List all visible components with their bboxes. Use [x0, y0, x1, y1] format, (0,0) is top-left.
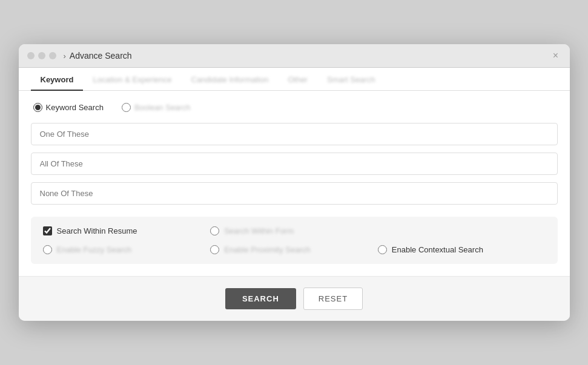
one-of-these-input[interactable]	[31, 123, 558, 145]
none-of-these-input[interactable]	[31, 182, 558, 205]
advance-search-window: › Advance Search × Keyword Location & Ex…	[19, 44, 570, 321]
enable-contextual-search-label: Enable Contextual Search	[392, 245, 483, 254]
search-within-resume-label: Search Within Resume	[57, 226, 137, 235]
options-box: Search Within Resume Search Within Form …	[31, 217, 558, 264]
form-area: Keyword Search Boolean Search Search Wit…	[19, 91, 570, 276]
footer: SEARCH RESET	[19, 276, 570, 321]
tab-keyword[interactable]: Keyword	[31, 68, 84, 90]
enable-contextual-search-radio[interactable]	[378, 245, 387, 254]
enable-fuzzy-search-label: Enable Fuzzy Search	[57, 245, 132, 254]
reset-button[interactable]: RESET	[303, 288, 363, 310]
enable-fuzzy-search-radio[interactable]	[43, 245, 52, 254]
boolean-search-label: Boolean Search	[134, 103, 191, 112]
enable-fuzzy-search-option[interactable]: Enable Fuzzy Search	[43, 245, 211, 254]
enable-proximity-search-label: Enable Proximity Search	[224, 245, 310, 254]
keyword-search-radio[interactable]	[33, 103, 42, 112]
traffic-light-close	[27, 52, 35, 59]
tab-candidate-information[interactable]: Candidate Information	[182, 68, 279, 90]
options-row-1: Search Within Resume Search Within Form	[43, 226, 546, 235]
boolean-search-option[interactable]: Boolean Search	[122, 103, 191, 112]
tab-bar: Keyword Location & Experience Candidate …	[19, 68, 570, 91]
boolean-search-radio[interactable]	[122, 103, 131, 112]
options-row-2: Enable Fuzzy Search Enable Proximity Sea…	[43, 245, 546, 254]
enable-contextual-search-option[interactable]: Enable Contextual Search	[378, 245, 546, 254]
search-within-form-radio[interactable]	[210, 226, 219, 235]
all-of-these-input[interactable]	[31, 153, 558, 175]
tab-location-experience[interactable]: Location & Experience	[83, 68, 181, 90]
tab-other[interactable]: Other	[278, 68, 317, 90]
traffic-light-minimize	[38, 52, 45, 59]
close-button[interactable]: ×	[550, 50, 561, 61]
search-within-form-option[interactable]: Search Within Form	[210, 226, 378, 235]
search-type-group: Keyword Search Boolean Search	[31, 103, 558, 112]
search-button[interactable]: SEARCH	[225, 288, 296, 309]
search-within-resume-option[interactable]: Search Within Resume	[43, 226, 211, 235]
search-within-form-label: Search Within Form	[224, 226, 294, 235]
enable-proximity-search-option[interactable]: Enable Proximity Search	[210, 245, 378, 254]
title-bar: › Advance Search ×	[19, 44, 570, 68]
keyword-search-label: Keyword Search	[46, 103, 104, 112]
enable-proximity-search-radio[interactable]	[210, 245, 219, 254]
title-bar-content: › Advance Search	[64, 51, 550, 61]
breadcrumb-chevron-icon: ›	[64, 51, 66, 61]
traffic-lights	[27, 52, 56, 59]
window-title: Advance Search	[70, 51, 132, 61]
tab-smart-search[interactable]: Smart Search	[317, 68, 385, 90]
search-within-resume-checkbox[interactable]	[43, 226, 52, 235]
traffic-light-maximize	[49, 52, 56, 59]
keyword-search-option[interactable]: Keyword Search	[33, 103, 104, 112]
